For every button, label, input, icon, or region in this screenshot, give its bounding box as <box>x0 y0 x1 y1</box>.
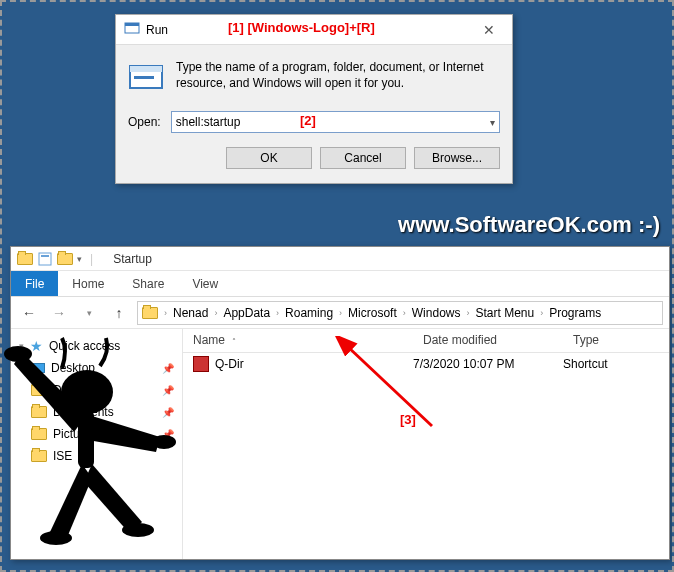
nav-item-ise[interactable]: ISE <box>11 445 182 467</box>
cancel-button[interactable]: Cancel <box>320 147 406 169</box>
chevron-right-icon[interactable]: › <box>466 308 469 318</box>
crumb-6[interactable]: Programs <box>545 306 605 320</box>
svg-line-7 <box>347 346 432 426</box>
nav-label: Pictures <box>53 427 96 441</box>
watermark-text: www.SoftwareOK.com :-) <box>398 212 660 238</box>
folder-icon <box>31 450 47 462</box>
run-dialog: Run ✕ Type the name of a program, folder… <box>115 14 513 184</box>
ribbon-tabs: File Home Share View <box>11 271 669 297</box>
explorer-titlebar[interactable]: ▾ | Startup <box>11 247 669 271</box>
downloads-icon <box>31 384 47 396</box>
chevron-down-icon[interactable]: ▾ <box>490 117 495 128</box>
nav-recent-icon[interactable]: ▾ <box>77 301 101 325</box>
navigation-pane: ▾ ★ Quick access Desktop 📌 Downloads 📌 D… <box>11 329 183 559</box>
tab-home[interactable]: Home <box>58 271 118 296</box>
svg-rect-5 <box>39 253 51 265</box>
tab-file[interactable]: File <box>11 271 58 296</box>
chevron-right-icon[interactable]: › <box>276 308 279 318</box>
quick-access-label: Quick access <box>49 339 120 353</box>
tab-view[interactable]: View <box>178 271 232 296</box>
nav-quick-access[interactable]: ▾ ★ Quick access <box>11 335 182 357</box>
annotation-arrow <box>332 336 452 436</box>
svg-rect-4 <box>134 76 154 79</box>
nav-forward-icon[interactable]: → <box>47 301 71 325</box>
chevron-right-icon[interactable]: › <box>214 308 217 318</box>
nav-label: Downloads <box>53 383 112 397</box>
tab-share[interactable]: Share <box>118 271 178 296</box>
run-app-icon <box>124 20 140 39</box>
crumb-5[interactable]: Start Menu <box>471 306 538 320</box>
breadcrumb[interactable]: › Nenad › AppData › Roaming › Microsoft … <box>137 301 663 325</box>
browse-button[interactable]: Browse... <box>414 147 500 169</box>
run-description: Type the name of a program, folder, docu… <box>176 59 500 97</box>
file-type: Shortcut <box>563 357 669 371</box>
crumb-0[interactable]: Nenad <box>169 306 212 320</box>
chevron-down-icon[interactable]: ▾ <box>19 341 24 351</box>
nav-item-desktop[interactable]: Desktop 📌 <box>11 357 182 379</box>
open-value: shell:startup <box>176 115 490 129</box>
pin-icon: 📌 <box>162 385 174 396</box>
nav-item-pictures[interactable]: Pictures 📌 <box>11 423 182 445</box>
pin-icon: 📌 <box>162 363 174 374</box>
chevron-right-icon[interactable]: › <box>403 308 406 318</box>
crumb-3[interactable]: Microsoft <box>344 306 401 320</box>
run-program-icon <box>128 59 164 97</box>
column-type[interactable]: Type <box>563 329 669 352</box>
qat-dropdown-icon[interactable]: ▾ <box>77 254 82 264</box>
pin-icon: 📌 <box>162 429 174 440</box>
folder-icon <box>17 251 33 267</box>
address-bar: ← → ▾ ↑ › Nenad › AppData › Roaming › Mi… <box>11 297 669 329</box>
svg-rect-3 <box>130 66 162 72</box>
nav-label: ISE <box>53 449 72 463</box>
nav-item-documents[interactable]: Documents 📌 <box>11 401 182 423</box>
quick-access-icon: ★ <box>30 338 43 354</box>
annotation-1: [1] [Windows-Logo]+[R] <box>228 20 375 35</box>
qat-newfolder-icon[interactable] <box>57 251 73 267</box>
pin-icon: 📌 <box>162 407 174 418</box>
nav-up-icon[interactable]: ↑ <box>107 301 131 325</box>
sort-ascending-icon: ˄ <box>232 337 236 346</box>
ok-button[interactable]: OK <box>226 147 312 169</box>
open-label: Open: <box>128 115 161 129</box>
close-icon[interactable]: ✕ <box>474 22 504 38</box>
chevron-right-icon[interactable]: › <box>339 308 342 318</box>
pictures-icon <box>31 428 47 440</box>
column-name-label: Name <box>193 333 225 347</box>
nav-item-downloads[interactable]: Downloads 📌 <box>11 379 182 401</box>
open-combobox[interactable]: shell:startup ▾ <box>171 111 500 133</box>
nav-back-icon[interactable]: ← <box>17 301 41 325</box>
svg-rect-1 <box>125 23 139 26</box>
shortcut-icon <box>193 356 209 372</box>
crumb-1[interactable]: AppData <box>219 306 274 320</box>
explorer-title: Startup <box>113 252 152 266</box>
annotation-2: [2] <box>300 113 316 128</box>
nav-label: Documents <box>53 405 114 419</box>
desktop-icon <box>31 363 45 373</box>
documents-icon <box>31 406 47 418</box>
qat-properties-icon[interactable] <box>37 251 53 267</box>
svg-rect-6 <box>41 255 49 257</box>
breadcrumb-folder-icon <box>142 307 158 319</box>
file-name: Q-Dir <box>215 357 244 371</box>
chevron-right-icon[interactable]: › <box>540 308 543 318</box>
crumb-4[interactable]: Windows <box>408 306 465 320</box>
chevron-right-icon[interactable]: › <box>164 308 167 318</box>
crumb-2[interactable]: Roaming <box>281 306 337 320</box>
nav-label: Desktop <box>51 361 95 375</box>
